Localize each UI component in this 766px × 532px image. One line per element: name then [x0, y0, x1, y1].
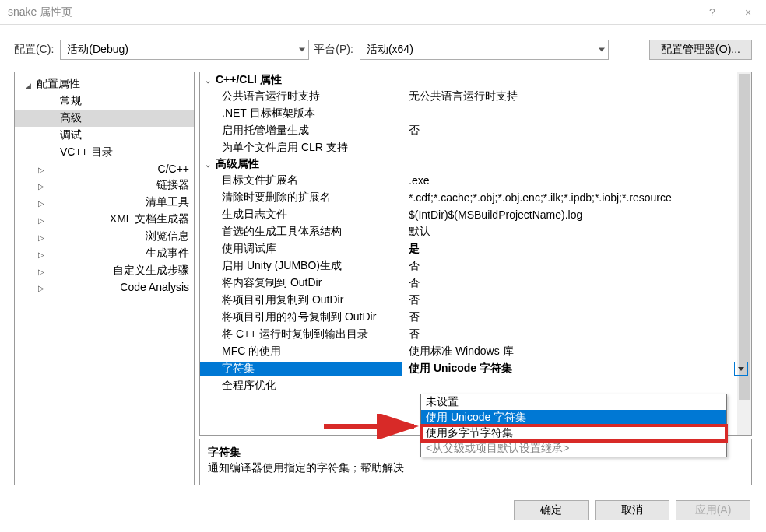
property-value[interactable]: *.cdf;*.cache;*.obj;*.obj.enc;*.ilk;*.ip…	[402, 191, 751, 204]
tree-item-label: 配置属性	[37, 77, 80, 91]
property-value[interactable]: 否	[402, 124, 751, 138]
group-header[interactable]: ⌄高级属性	[200, 156, 751, 172]
property-row[interactable]: 将内容复制到 OutDir否	[200, 275, 751, 292]
tree-item-label: C/C++	[158, 163, 189, 175]
triangle-right-icon	[38, 247, 142, 260]
platform-label: 平台(P):	[314, 43, 353, 57]
triangle-right-icon	[38, 281, 117, 293]
property-value[interactable]: 使用标准 Windows 库	[402, 345, 751, 359]
property-row[interactable]: 将 C++ 运行时复制到输出目录否	[200, 326, 751, 343]
dropdown-button[interactable]	[734, 362, 748, 376]
property-row[interactable]: 首选的生成工具体系结构默认	[200, 223, 751, 240]
tree-item-label: XML 文档生成器	[110, 212, 189, 226]
tree-item[interactable]: Code Analysis	[15, 279, 194, 295]
config-combo[interactable]: 活动(Debug)	[60, 40, 309, 60]
property-label: 将 C++ 运行时复制到输出目录	[200, 327, 402, 341]
ok-button[interactable]: 确定	[514, 500, 589, 520]
property-label: 启用托管增量生成	[200, 124, 402, 138]
config-label: 配置(C):	[14, 43, 54, 57]
tree-item[interactable]: 浏览信息	[15, 228, 194, 245]
dropdown-option[interactable]: 未设置	[421, 394, 726, 410]
property-value[interactable]: 否	[402, 310, 751, 324]
property-row[interactable]: 使用调试库是	[200, 240, 751, 257]
property-label: 全程序优化	[200, 379, 402, 393]
property-row[interactable]: 清除时要删除的扩展名*.cdf;*.cache;*.obj;*.obj.enc;…	[200, 189, 751, 206]
close-button[interactable]: ×	[730, 0, 766, 25]
platform-combo[interactable]: 活动(x64)	[360, 40, 609, 60]
help-button[interactable]: ?	[694, 0, 730, 25]
property-value[interactable]: 否	[402, 293, 751, 307]
property-row[interactable]: 将项目引用的符号复制到 OutDir否	[200, 309, 751, 326]
property-label: 启用 Unity (JUMBO)生成	[200, 259, 402, 273]
apply-button[interactable]: 应用(A)	[676, 500, 750, 520]
property-row[interactable]: MFC 的使用使用标准 Windows 库	[200, 343, 751, 360]
tree-item[interactable]: 清单工具	[15, 194, 194, 211]
property-value[interactable]: $(IntDir)$(MSBuildProjectName).log	[402, 208, 751, 221]
property-label: 将内容复制到 OutDir	[200, 276, 402, 290]
tree-item-label: VC++ 目录	[60, 145, 113, 159]
tree-item[interactable]: 调试	[15, 127, 194, 144]
tree-item-label: 链接器	[156, 178, 189, 192]
property-row[interactable]: 将项目引用复制到 OutDir否	[200, 292, 751, 309]
property-value[interactable]: 是	[402, 242, 751, 256]
property-row[interactable]: .NET 目标框架版本	[200, 105, 751, 122]
property-row[interactable]: 启用托管增量生成否	[200, 122, 751, 139]
property-value[interactable]: 否	[402, 259, 751, 273]
config-tree[interactable]: 配置属性常规高级调试VC++ 目录C/C++链接器清单工具XML 文档生成器浏览…	[14, 72, 195, 485]
cancel-button[interactable]: 取消	[595, 500, 669, 520]
config-manager-button[interactable]: 配置管理器(O)...	[649, 40, 752, 60]
tree-item[interactable]: XML 文档生成器	[15, 211, 194, 228]
chevron-down-icon: ⌄	[205, 160, 211, 169]
chevron-down-icon	[299, 48, 305, 52]
property-row[interactable]: 为单个文件启用 CLR 支持	[200, 139, 751, 156]
group-title: C++/CLI 属性	[216, 73, 282, 87]
dropdown-option[interactable]: <从父级或项目默认设置继承>	[421, 441, 726, 457]
property-value[interactable]: 否	[402, 276, 751, 290]
tree-item-label: 清单工具	[146, 195, 189, 209]
property-value[interactable]: 否	[402, 327, 751, 341]
description-text: 通知编译器使用指定的字符集；帮助解决	[208, 461, 743, 475]
property-row[interactable]: 全程序优化	[200, 377, 751, 394]
window-title: snake 属性页	[8, 5, 72, 19]
triangle-right-icon	[38, 163, 155, 175]
property-label: 清除时要删除的扩展名	[200, 191, 402, 205]
tree-item[interactable]: C/C++	[15, 161, 194, 177]
dialog-footer: 确定 取消 应用(A)	[0, 488, 766, 532]
tree-item[interactable]: 高级	[15, 110, 194, 127]
charset-dropdown[interactable]: 未设置使用 Unicode 字符集使用多字节字符集<从父级或项目默认设置继承>	[420, 394, 727, 457]
property-value[interactable]: 默认	[402, 225, 751, 239]
property-label: 首选的生成工具体系结构	[200, 225, 402, 239]
toolbar: 配置(C): 活动(Debug) 平台(P): 活动(x64) 配置管理器(O)…	[0, 33, 766, 67]
property-label: 将项目引用复制到 OutDir	[200, 293, 402, 307]
titlebar: snake 属性页 ? ×	[0, 0, 766, 25]
property-row[interactable]: 生成日志文件$(IntDir)$(MSBuildProjectName).log	[200, 206, 751, 223]
property-row[interactable]: 目标文件扩展名.exe	[200, 172, 751, 189]
dropdown-option[interactable]: 使用多字节字符集	[421, 425, 726, 441]
tree-item[interactable]: 自定义生成步骤	[15, 262, 194, 279]
triangle-right-icon	[38, 179, 153, 191]
property-value[interactable]: 无公共语言运行时支持	[402, 89, 751, 103]
property-grid[interactable]: ⌄C++/CLI 属性公共语言运行时支持无公共语言运行时支持.NET 目标框架版…	[199, 72, 752, 436]
property-row[interactable]: 字符集使用 Unicode 字符集	[200, 360, 751, 377]
property-row[interactable]: 启用 Unity (JUMBO)生成否	[200, 257, 751, 275]
property-label: 使用调试库	[200, 242, 402, 256]
triangle-right-icon	[38, 196, 142, 208]
tree-item-label: 高级	[60, 111, 82, 125]
property-label: 生成日志文件	[200, 208, 402, 222]
triangle-right-icon	[38, 230, 142, 243]
tree-item-label: Code Analysis	[120, 281, 189, 293]
group-header[interactable]: ⌄C++/CLI 属性	[200, 72, 751, 88]
tree-item[interactable]: 链接器	[15, 177, 194, 194]
property-value[interactable]: .exe	[402, 174, 751, 187]
property-value[interactable]: 使用 Unicode 字符集	[402, 362, 751, 376]
property-label: MFC 的使用	[200, 345, 402, 359]
dropdown-option[interactable]: 使用 Unicode 字符集	[421, 410, 726, 425]
property-label: 为单个文件启用 CLR 支持	[200, 141, 402, 155]
tree-item[interactable]: 生成事件	[15, 245, 194, 262]
property-row[interactable]: 公共语言运行时支持无公共语言运行时支持	[200, 88, 751, 105]
tree-item[interactable]: VC++ 目录	[15, 144, 194, 161]
tree-item[interactable]: 常规	[15, 93, 194, 110]
platform-value: 活动(x64)	[367, 43, 413, 57]
property-label: 字符集	[200, 362, 402, 376]
tree-item[interactable]: 配置属性	[15, 75, 194, 93]
